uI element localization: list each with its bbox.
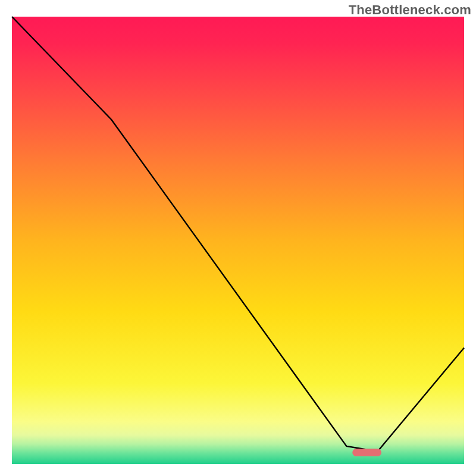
plot-svg bbox=[0, 0, 476, 476]
plot-background bbox=[12, 17, 464, 464]
optimal-marker bbox=[352, 449, 381, 456]
bottleneck-chart: TheBottleneck.com bbox=[0, 0, 476, 476]
